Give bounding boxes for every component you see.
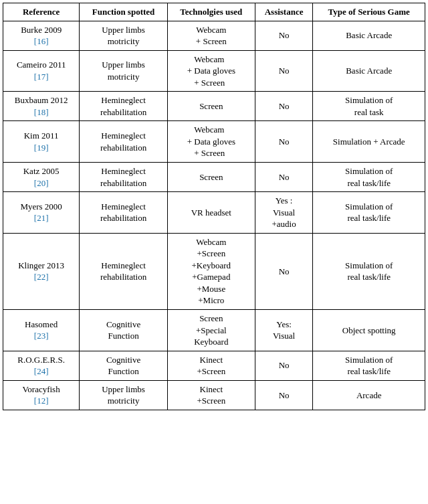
cell-game-type: Basic Arcade [313, 50, 425, 92]
cell-assistance: No [255, 92, 313, 121]
cell-reference: Burke 2009[16] [3, 21, 80, 50]
cell-technologies: + WebcamData gloves+ Screen [167, 50, 255, 92]
cell-assistance: No [255, 380, 313, 410]
cell-reference: Hasomed[23] [3, 310, 80, 351]
table-container: Reference Function spotted Technolgies u… [0, 0, 428, 413]
cell-assistance: Yes :Visual+audio [255, 192, 313, 234]
table-row: Klinger 2013[22]Hemineglectrehabilitatio… [3, 233, 425, 309]
cell-assistance: Yes:Visual [255, 310, 313, 351]
cell-function: Hemineglectrehabilitation [80, 163, 168, 192]
cell-assistance: No [255, 163, 313, 192]
cell-game-type: Simulation ofreal task/life [313, 192, 425, 234]
cell-assistance: No [255, 233, 313, 309]
cell-function: CognitiveFunction [80, 310, 168, 351]
cell-reference: Buxbaum 2012[18] [3, 92, 80, 121]
ref-link: [23] [34, 331, 49, 341]
ref-link: [18] [34, 107, 49, 117]
cell-assistance: No [255, 351, 313, 380]
table-row: Katz 2005[20]HemineglectrehabilitationSc… [3, 163, 425, 192]
ref-link: [21] [34, 213, 49, 223]
ref-link: [19] [34, 143, 49, 153]
cell-function: CognitiveFunction [80, 351, 168, 380]
cell-function: Upper limbsmotricity [80, 21, 168, 50]
table-row: Cameiro 2011[17]Upper limbsmotricity+ We… [3, 50, 425, 92]
cell-reference: Katz 2005[20] [3, 163, 80, 192]
cell-game-type: Simulation ofreal task/life [313, 351, 425, 380]
ref-link: [20] [34, 178, 49, 188]
cell-technologies: Screen [167, 92, 255, 121]
cell-assistance: No [255, 121, 313, 163]
cell-reference: Myers 2000[21] [3, 192, 80, 234]
header-function: Function spotted [80, 3, 168, 21]
header-assistance: Assistance [255, 3, 313, 21]
header-technologies: Technolgies used [167, 3, 255, 21]
cell-function: Hemineglectrehabilitation [80, 92, 168, 121]
cell-technologies: Screen [167, 163, 255, 192]
cell-reference: R.O.G.E.R.S.[24] [3, 351, 80, 380]
cell-technologies: + WebcamData gloves+ Screen [167, 121, 255, 163]
table-row: Kim 2011[19]Hemineglectrehabilitation+ W… [3, 121, 425, 163]
ref-link: [12] [34, 396, 49, 406]
header-reference: Reference [3, 3, 80, 21]
cell-technologies: Kinect+Screen [167, 380, 255, 410]
cell-technologies: Webcam+Screen+Keyboard+Gamepad+Mouse+Mic… [167, 233, 255, 309]
cell-technologies: VR headset [167, 192, 255, 234]
table-row: Hasomed[23]CognitiveFunctionScreen+Speci… [3, 310, 425, 351]
cell-game-type: Simulation ofreal task/life [313, 163, 425, 192]
ref-link: [16] [34, 36, 49, 46]
cell-reference: Cameiro 2011[17] [3, 50, 80, 92]
cell-function: Hemineglectrehabilitation [80, 233, 168, 309]
ref-link: [24] [34, 366, 49, 376]
main-table: Reference Function spotted Technolgies u… [3, 3, 425, 410]
cell-reference: Kim 2011[19] [3, 121, 80, 163]
table-row: R.O.G.E.R.S.[24]CognitiveFunctionKinect+… [3, 351, 425, 380]
cell-function: Upper limbsmotricity [80, 380, 168, 410]
cell-function: Hemineglectrehabilitation [80, 121, 168, 163]
cell-game-type: Simulation ofreal task [313, 92, 425, 121]
table-row: Burke 2009[16]Upper limbsmotricityWebcam… [3, 21, 425, 50]
cell-assistance: No [255, 21, 313, 50]
cell-function: Upper limbsmotricity [80, 50, 168, 92]
table-row: Voracyfish[12]Upper limbsmotricityKinect… [3, 380, 425, 410]
cell-reference: Voracyfish[12] [3, 380, 80, 410]
cell-game-type: Object spotting [313, 310, 425, 351]
cell-game-type: Simulation ofreal task/life [313, 233, 425, 309]
cell-assistance: No [255, 50, 313, 92]
cell-technologies: Screen+SpecialKeyboard [167, 310, 255, 351]
cell-function: Hemineglectrehabilitation [80, 192, 168, 234]
cell-game-type: Basic Arcade [313, 21, 425, 50]
ref-link: [22] [34, 272, 49, 282]
ref-link: [17] [34, 72, 49, 82]
cell-technologies: Webcam+ Screen [167, 21, 255, 50]
header-game-type: Type of Serious Game [313, 3, 425, 21]
cell-game-type: Arcade [313, 380, 425, 410]
cell-reference: Klinger 2013[22] [3, 233, 80, 309]
table-row: Myers 2000[21]HemineglectrehabilitationV… [3, 192, 425, 234]
table-row: Buxbaum 2012[18]Hemineglectrehabilitatio… [3, 92, 425, 121]
cell-technologies: Kinect+Screen [167, 351, 255, 380]
cell-game-type: Simulation + Arcade [313, 121, 425, 163]
